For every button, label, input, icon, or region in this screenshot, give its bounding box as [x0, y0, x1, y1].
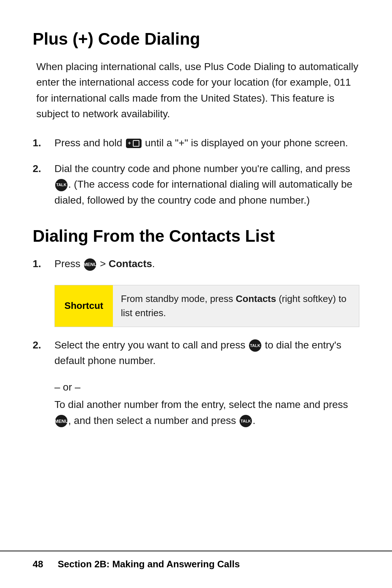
shortcut-label: Shortcut	[55, 285, 113, 327]
step1-text: Press and hold + until a "+" is displaye…	[54, 137, 348, 148]
plus-zero-icon: +	[126, 139, 142, 148]
step1-number: 1.	[33, 135, 41, 151]
section2-step2-text: Select the entry you want to call and pr…	[54, 339, 341, 366]
section2-step1-text: Press MENU > Contacts.	[54, 258, 155, 269]
section2-step1-number: 1.	[33, 256, 41, 271]
step2-text: Dial the country code and phone number y…	[54, 163, 352, 206]
page-content: Plus (+) Code Dialing When placing inter…	[0, 0, 392, 465]
footer-section-title: Section 2B: Making and Answering Calls	[58, 559, 240, 570]
menu-icon-2: MENU	[55, 415, 68, 427]
section2-step2-number: 2.	[33, 337, 41, 353]
talk-icon-3: TALK	[240, 415, 252, 427]
section2-title: Dialing From the Contacts List	[33, 226, 359, 246]
talk-icon-2: TALK	[249, 339, 261, 352]
section2-step2-list: 2. Select the entry you want to call and…	[33, 337, 359, 369]
section2-steps: 1. Press MENU > Contacts.	[33, 256, 359, 271]
section1-step1: 1. Press and hold + until a "+" is displ…	[33, 135, 359, 151]
section2-step2: 2. Select the entry you want to call and…	[33, 337, 359, 369]
page-footer: 48 Section 2B: Making and Answering Call…	[0, 551, 392, 570]
footer-page-number: 48	[33, 559, 43, 570]
section1-steps: 1. Press and hold + until a "+" is displ…	[33, 135, 359, 208]
talk-icon-1: TALK	[55, 179, 68, 191]
shortcut-text: From standby mode, press Contacts (right…	[113, 285, 359, 327]
section2-step1: 1. Press MENU > Contacts.	[33, 256, 359, 271]
menu-icon-1: MENU	[84, 258, 96, 271]
section1-intro: When placing international calls, use Pl…	[33, 59, 359, 122]
shortcut-box: Shortcut From standby mode, press Contac…	[54, 285, 359, 327]
step2-number: 2.	[33, 161, 41, 176]
section1-title: Plus (+) Code Dialing	[33, 29, 359, 49]
continuation-text: To dial another number from the entry, s…	[33, 397, 359, 428]
shortcut-contacts-bold: Contacts	[236, 293, 276, 304]
or-divider: – or –	[54, 381, 359, 393]
section1-step2: 2. Dial the country code and phone numbe…	[33, 161, 359, 208]
